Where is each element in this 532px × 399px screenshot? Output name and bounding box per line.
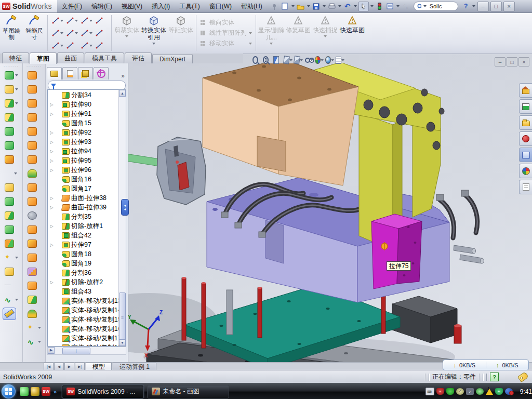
expander-icon[interactable]: ▷ [49, 196, 54, 201]
doc-restore-button[interactable]: □ [507, 57, 517, 66]
arc-icon[interactable] [66, 29, 74, 37]
circle-icon[interactable] [66, 17, 74, 24]
toolbar-feature-icon[interactable] [0, 208, 22, 222]
toolbar-overflow-icon[interactable]: ⁖.. [401, 2, 410, 11]
ribbon-button[interactable]: 转换实体引用 [140, 12, 167, 54]
ribbon-big-button[interactable]: 智能尺寸 [23, 12, 46, 54]
toolbar-feature-icon[interactable] [0, 124, 22, 138]
toolbar-feature-icon[interactable] [23, 292, 45, 307]
dropdown-caret-icon[interactable] [15, 299, 18, 301]
toolbar-feature-icon[interactable] [0, 82, 22, 96]
new-document-icon[interactable] [281, 2, 290, 11]
hud-icon[interactable] [294, 56, 303, 64]
dropdown-caret-icon[interactable] [38, 327, 41, 329]
menu-item[interactable]: 视图(V) [117, 2, 147, 11]
command-tab[interactable]: DimXpert [152, 54, 193, 63]
ribbon-row-button[interactable]: 移动实体 [200, 39, 252, 48]
first-tab-button[interactable]: |◀ [44, 363, 54, 370]
part-magenta-insert[interactable] [371, 214, 422, 289]
menu-item[interactable]: 编辑(E) [87, 2, 117, 11]
antivirus-tray-icon[interactable]: × [436, 388, 444, 395]
document-tab[interactable]: 模型 [86, 363, 112, 370]
keyboard-tray-icon[interactable]: ⌨ [425, 388, 434, 395]
menu-item[interactable]: 文件(F) [57, 2, 87, 11]
taskbar-task-button[interactable]: SW SolidWorks 2009 - ... [62, 385, 144, 398]
feature-tree-item[interactable]: ▷ 实体-移动/复制15 [48, 315, 119, 324]
prev-tab-button[interactable]: ◀ [54, 363, 64, 370]
feature-tree-item[interactable]: ▷ 拉伸90 [48, 100, 119, 109]
expander-icon[interactable]: ▷ [49, 280, 54, 285]
dropdown-caret-icon[interactable] [89, 20, 92, 22]
hud-icon[interactable] [252, 56, 261, 64]
dropdown-caret-icon[interactable] [289, 59, 292, 61]
dimxpert-tab[interactable] [94, 67, 109, 79]
search-scope-caret-icon[interactable] [423, 5, 427, 7]
panel-chevron[interactable]: » [121, 72, 127, 79]
dropdown-caret-icon[interactable] [75, 20, 78, 22]
dropdown-caret-icon[interactable] [89, 32, 92, 34]
toolbar-feature-icon[interactable] [23, 278, 45, 292]
dropdown-caret-icon[interactable] [89, 45, 92, 47]
feature-tree-item[interactable]: ▷ 拉伸97 [48, 240, 119, 249]
feature-tree-item[interactable]: ▷ 实体-移动/复制16 [48, 324, 119, 334]
hud-icon[interactable] [263, 56, 272, 64]
toolbar-feature-icon[interactable] [23, 222, 45, 236]
feature-tree-item[interactable]: ▷ 分割34 [48, 90, 119, 100]
toolbar-feature-icon[interactable] [23, 236, 45, 250]
toolbar-feature-icon[interactable] [0, 110, 22, 124]
appearances-icon[interactable] [519, 164, 532, 178]
dropdown-caret-icon[interactable] [331, 59, 334, 61]
open-caret-icon[interactable] [307, 5, 310, 7]
toolbar-feature-icon[interactable] [23, 166, 45, 180]
expander-icon[interactable]: ▷ [49, 130, 54, 135]
polygon-icon[interactable] [66, 42, 74, 49]
command-tab[interactable]: 评估 [125, 52, 152, 63]
window-minimize-button[interactable]: – [477, 2, 489, 11]
feature-tree-item[interactable]: ▷ 拉伸93 [48, 137, 119, 147]
view-palette-icon[interactable] [519, 148, 532, 162]
ribbon-big-button[interactable]: 草图绘制 [0, 12, 23, 54]
window-restore-button[interactable]: □ [490, 2, 502, 11]
select-cursor-icon[interactable] [358, 2, 369, 11]
hud-icon[interactable] [304, 56, 313, 64]
quick-tips-icon[interactable]: ? [490, 373, 499, 381]
dropdown-caret-icon[interactable] [60, 45, 63, 47]
ribbon-button[interactable]: 快速捕捉 [312, 12, 339, 54]
expander-icon[interactable]: ▷ [49, 158, 54, 163]
menu-item[interactable]: 窗口(W) [205, 2, 236, 11]
toolbar-feature-icon[interactable] [23, 68, 45, 82]
scroll-right-button[interactable]: ▶ [48, 347, 55, 353]
scroll-down-button[interactable]: ▼ [119, 339, 126, 346]
search-box[interactable] [414, 2, 458, 11]
options-list-icon[interactable] [385, 2, 395, 11]
toolbar-feature-icon[interactable] [0, 194, 22, 208]
point-icon[interactable] [96, 42, 103, 49]
resources-icon[interactable] [519, 99, 532, 114]
hud-icon[interactable] [273, 56, 282, 64]
feature-tree-item[interactable]: ▷ 实体-移动/复制17 [48, 334, 119, 343]
dropdown-caret-icon[interactable] [60, 32, 63, 34]
feature-tree-item[interactable]: ▷ 曲面-拉伸39 [48, 203, 119, 212]
dropdown-caret-icon[interactable] [249, 43, 252, 45]
next-tab-button[interactable]: ▶ [64, 363, 74, 370]
feature-tree-item[interactable]: ▷ 分割36 [48, 268, 119, 277]
scroll-thumb[interactable] [62, 348, 90, 354]
feature-tree-item[interactable]: ▷ 拉伸94 [48, 147, 119, 156]
toolbar-feature-icon[interactable] [23, 82, 45, 96]
dropdown-caret-icon[interactable] [15, 88, 18, 90]
dropdown-caret-icon[interactable] [321, 59, 324, 61]
graphics-viewport[interactable]: Y Z X –□× 拉伸75 [128, 54, 532, 362]
expander-icon[interactable]: ▷ [49, 149, 54, 154]
help-caret-icon[interactable] [472, 5, 475, 7]
toolbar-feature-icon[interactable] [0, 264, 22, 278]
toolbar-feature-icon[interactable] [0, 68, 22, 82]
feature-tree-item[interactable]: ▷ 圆角19 [48, 259, 119, 268]
security-tray-icon[interactable] [446, 388, 454, 395]
dropdown-caret-icon[interactable] [270, 43, 273, 45]
feature-tree-item[interactable]: ▷ 拉伸96 [48, 165, 119, 175]
toolbar-feature-icon[interactable] [23, 250, 45, 264]
toolbar-feature-icon[interactable] [0, 180, 22, 194]
dropdown-caret-icon[interactable] [152, 43, 155, 45]
feature-tree-item[interactable]: ▷ 曲面-拉伸38 [48, 193, 119, 203]
dropdown-caret-icon[interactable] [341, 59, 344, 61]
